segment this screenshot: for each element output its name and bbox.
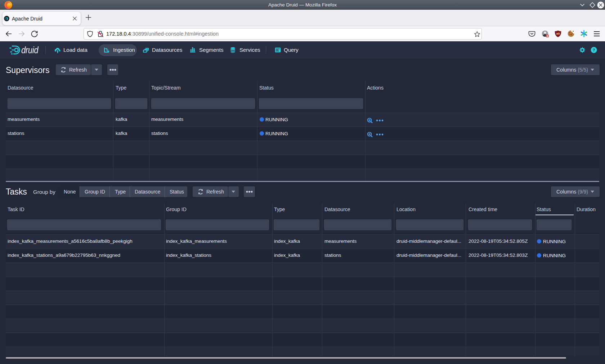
svg-text:uO: uO [556,32,560,35]
